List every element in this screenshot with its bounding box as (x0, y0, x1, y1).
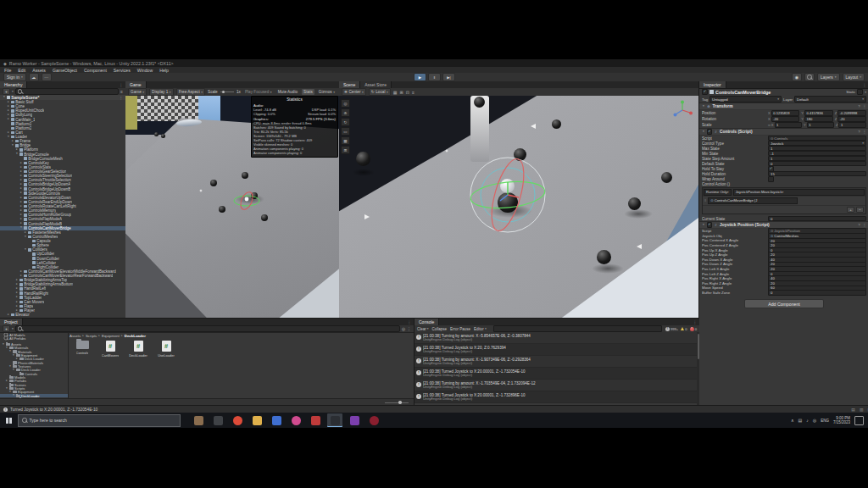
panel-menu-icon[interactable]: ⋮ (116, 81, 125, 88)
expand-arrow[interactable]: ▸ (19, 270, 23, 274)
game-viewport[interactable]: Statistics Audio: Level: -74.8 dBDSP loa… (125, 96, 339, 318)
property-position[interactable]: PositionX0.1235819Y0.4157836Z-0.2099998 (699, 110, 868, 116)
asset-deckloader[interactable]: #DeckLoader (127, 341, 149, 358)
expand-arrow[interactable]: ▸ (19, 222, 23, 225)
taskbar-red-app[interactable] (308, 413, 323, 427)
axis-field-y[interactable]: Y180 (801, 116, 832, 122)
static-checkbox[interactable] (857, 89, 863, 95)
expand-arrow[interactable]: ▸ (15, 305, 19, 308)
expand-arrow[interactable]: ▸ (19, 214, 23, 217)
expand-arrow[interactable]: ▾ (19, 226, 23, 230)
orientation-dropdown[interactable]: ↻Local▾ (369, 88, 391, 96)
axis-field-z[interactable]: Z-20 (835, 116, 866, 122)
expand-arrow[interactable]: ▸ (15, 296, 19, 299)
console-entry[interactable]: ![21:00:38] Turning by amount: X:-1.7035… (415, 380, 697, 391)
tab-asset-store[interactable]: Asset Store (360, 81, 392, 88)
foldout-arrow[interactable]: ▾ (702, 224, 705, 227)
console-entry[interactable]: ![21:00:38] Turned Joystick to X:20.0000… (415, 391, 697, 403)
property-default-state[interactable]: Default State0 (699, 161, 868, 166)
search-icon[interactable] (804, 73, 815, 81)
component-header-controls-script[interactable]: ▾✓#Controls (Script)?⋮ (699, 128, 868, 136)
property-scale[interactable]: Scale∞X1Y1Z1 (699, 122, 868, 128)
expand-arrow[interactable]: ▸ (19, 170, 23, 174)
expand-arrow[interactable]: ▾ (7, 136, 10, 139)
event-target-field[interactable]: ⊙ControlsCanMoverBridge (J (708, 197, 798, 204)
menu-services[interactable]: Services (114, 68, 131, 73)
expand-arrow[interactable]: ▸ (19, 179, 23, 182)
asset-controls[interactable]: Controls (71, 341, 93, 358)
pivot-dropdown[interactable]: ⊕Center▾ (342, 88, 366, 96)
taskbar-documents-folder[interactable] (191, 413, 206, 427)
orientation-gizmo[interactable] (671, 99, 693, 121)
snap-icon[interactable]: ⊞ (400, 90, 403, 95)
expand-arrow[interactable]: ▸ (19, 209, 23, 213)
value-field[interactable]: 0 (768, 216, 866, 222)
tab-project[interactable]: Project (0, 319, 23, 325)
slider-thumb[interactable] (222, 91, 225, 94)
hierarchy-search-input[interactable] (15, 88, 119, 95)
taskbar-unity-editor[interactable] (327, 413, 342, 427)
console-info-toggle[interactable]: !999+ (665, 327, 678, 331)
aspect-dropdown[interactable]: Free Aspect▾ (176, 88, 205, 96)
expand-arrow[interactable]: ▸ (19, 183, 23, 186)
expand-arrow[interactable]: ▾ (12, 394, 15, 397)
volume-icon[interactable]: ♪ (806, 418, 809, 423)
axis-field-x[interactable]: X-20 (768, 116, 799, 122)
console-warn-toggle[interactable]: 0 (681, 327, 687, 331)
expand-arrow[interactable]: ▸ (7, 101, 10, 104)
expand-arrow[interactable]: ▾ (8, 365, 12, 369)
console-search-input[interactable] (493, 325, 662, 332)
editor-dropdown[interactable]: Editor▾ (474, 327, 487, 331)
grid-visibility-icon[interactable]: ▦ (393, 90, 398, 95)
expand-arrow[interactable]: ▸ (15, 309, 19, 313)
error-pause-toggle[interactable]: Error Pause (450, 327, 470, 331)
component-menu-icon[interactable]: ⋮ (863, 104, 866, 108)
move-tool-icon[interactable]: ⊕ (341, 108, 350, 117)
component-header-transform[interactable]: ▾⊕Transform?⋮ (699, 103, 868, 110)
start-button[interactable] (6, 418, 12, 424)
help-icon[interactable]: ? (858, 223, 860, 227)
scrollbar[interactable] (697, 332, 699, 406)
overlay-menu-icon[interactable]: ≡ (412, 90, 415, 95)
foldout-arrow[interactable]: ▾ (702, 130, 705, 134)
slider-thumb[interactable] (398, 401, 402, 404)
expand-arrow[interactable]: ▸ (19, 274, 23, 278)
expand-arrow[interactable]: ▸ (5, 380, 8, 383)
value-field[interactable]: 0 (768, 290, 866, 296)
expand-arrow[interactable]: ▾ (24, 236, 27, 239)
axis-field-y[interactable]: Y0.4157836 (801, 110, 832, 116)
asset-canmovers[interactable]: #CanMovers (99, 341, 121, 358)
menu-assets[interactable]: Assets (32, 68, 46, 73)
tab-game[interactable]: Game (125, 81, 147, 88)
checkbox[interactable] (768, 176, 774, 182)
rotate-tool-icon[interactable]: ↻ (341, 118, 350, 126)
more-tools-button[interactable]: ⋯ (42, 73, 52, 81)
breadcrumb-item[interactable]: Equipment (102, 334, 120, 338)
asset-useloader[interactable]: #UseLoader (155, 341, 177, 358)
tab-hierarchy[interactable]: Hierarchy (0, 81, 27, 88)
create-object-button[interactable]: + (3, 88, 10, 95)
menu-help[interactable]: Help (159, 68, 169, 73)
play-button[interactable]: ▶ (414, 73, 426, 81)
remove-event-button[interactable]: − (856, 207, 864, 213)
collapse-toggle[interactable]: Collapse (432, 327, 448, 331)
network-icon[interactable]: ◎ (813, 418, 816, 423)
cloud-button[interactable]: ☁ (29, 73, 39, 81)
expand-arrow[interactable]: ▾ (8, 391, 12, 394)
expand-arrow[interactable]: ▸ (19, 197, 23, 200)
gizmos-dropdown[interactable]: Gizmos▾ (317, 89, 337, 95)
taskbar-file-folder[interactable] (249, 413, 264, 427)
expand-arrow[interactable]: ▸ (15, 283, 19, 286)
step-button[interactable]: ▶| (442, 73, 455, 81)
expand-arrow[interactable]: ▸ (19, 187, 23, 191)
taskbar-clock[interactable]: 9:00 PM 7/15/2023 (833, 416, 850, 424)
expand-arrow[interactable]: ▸ (19, 162, 23, 165)
create-asset-button[interactable]: + (3, 325, 10, 332)
rect-tool-icon[interactable]: ▦ (341, 136, 350, 145)
expand-arrow[interactable]: ▸ (24, 231, 27, 235)
component-menu-icon[interactable]: ⋮ (863, 223, 866, 227)
help-icon[interactable]: ? (858, 104, 860, 108)
panel-options-icon[interactable]: ⋮ (407, 326, 411, 331)
expand-arrow[interactable]: ▸ (15, 287, 19, 291)
layers-dropdown[interactable]: Layers ▾ (817, 73, 840, 81)
